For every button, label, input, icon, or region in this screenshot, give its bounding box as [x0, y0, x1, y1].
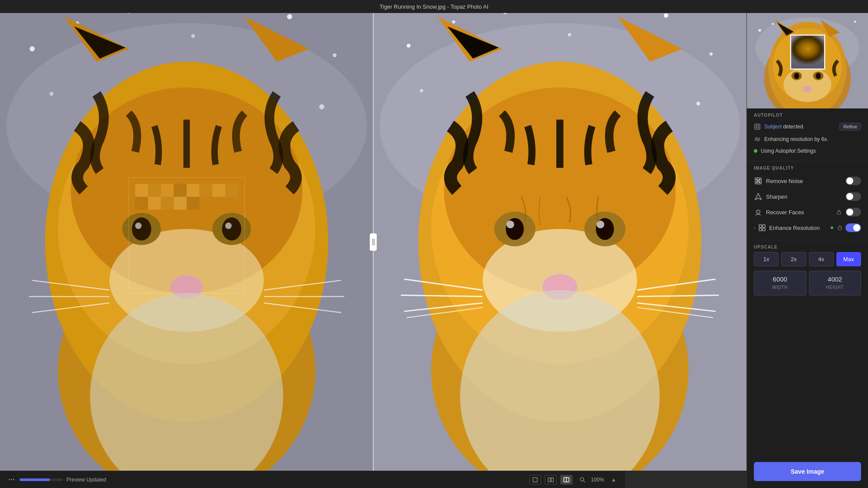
svg-rect-30: [212, 184, 225, 197]
svg-point-105: [772, 23, 774, 25]
svg-point-101: [803, 86, 812, 92]
zoom-level-label: 100%: [591, 477, 604, 483]
sharpen-toggle[interactable]: [845, 192, 861, 201]
svg-rect-122: [759, 228, 762, 231]
svg-rect-29: [200, 184, 213, 197]
svg-rect-120: [759, 225, 762, 227]
view-compare-button[interactable]: [545, 475, 557, 485]
svg-point-7: [333, 53, 337, 57]
svg-rect-82: [372, 239, 373, 246]
svg-rect-124: [838, 227, 842, 230]
refine-button[interactable]: Refine: [839, 123, 861, 131]
dimension-row: 6000 Width 4002 Height: [754, 271, 861, 295]
svg-point-113: [759, 179, 760, 180]
svg-point-2: [30, 46, 35, 52]
expand-arrow-icon[interactable]: ›: [754, 226, 755, 230]
svg-point-49: [407, 44, 411, 48]
subject-detected-row: Subject detected. Refine: [754, 120, 861, 133]
upscale-2x-button[interactable]: 2x: [781, 252, 806, 266]
svg-rect-109: [755, 124, 760, 129]
upscale-options: 1x 2x 4x Max: [754, 252, 861, 266]
svg-point-19: [222, 217, 241, 240]
enhance-resolution-label: Enhance Resolution: [769, 225, 828, 231]
autopilot-section: Subject detected. Refine Enhancing resol…: [747, 120, 868, 161]
svg-point-115: [759, 182, 760, 183]
svg-point-52: [568, 33, 571, 36]
svg-point-20: [135, 223, 141, 229]
dots-menu[interactable]: [7, 477, 16, 482]
svg-point-10: [319, 104, 324, 109]
svg-point-56: [420, 89, 423, 92]
autopilot-settings-row: Using Autopilot Settings: [754, 145, 861, 157]
svg-point-99: [794, 73, 799, 79]
svg-point-50: [452, 20, 455, 23]
upscale-section-header: UPSCALE: [747, 240, 868, 252]
svg-point-114: [756, 182, 758, 183]
svg-rect-86: [551, 478, 553, 482]
upscale-1x-button[interactable]: 1x: [754, 252, 779, 266]
svg-point-9: [49, 92, 53, 96]
svg-marker-117: [755, 193, 761, 200]
image-quality-section-header: IMAGE QUALITY: [747, 161, 868, 173]
enhance-resolution-toggle[interactable]: [845, 223, 861, 232]
svg-point-6: [287, 14, 292, 20]
svg-point-5: [191, 34, 195, 38]
bottom-toolbar: Preview Updated: [0, 471, 625, 488]
recover-faces-label: Recover Faces: [766, 209, 832, 216]
app-title: Tiger Running In Snow.jpg - Topaz Photo …: [380, 3, 489, 10]
thumbnail-area: [747, 13, 868, 108]
upscale-max-button[interactable]: Max: [836, 252, 861, 266]
svg-rect-119: [837, 212, 841, 214]
svg-rect-85: [548, 478, 550, 482]
image-comparison-area: Preview Updated: [0, 13, 746, 488]
view-split-button[interactable]: [560, 475, 572, 485]
right-panel: AUTOPILOT Subject detected. Refine: [746, 13, 868, 488]
svg-rect-121: [763, 225, 765, 227]
recover-faces-row: Recover Faces: [754, 204, 861, 220]
subject-detected-text: Subject detected.: [764, 124, 836, 130]
svg-rect-26: [161, 184, 174, 197]
save-image-button[interactable]: Save Image: [754, 462, 861, 481]
svg-rect-84: [533, 478, 537, 482]
svg-rect-36: [187, 197, 200, 210]
svg-rect-35: [174, 197, 187, 210]
svg-point-18: [132, 217, 151, 240]
svg-rect-34: [161, 197, 174, 210]
svg-rect-33: [148, 197, 161, 210]
recover-faces-lock-icon: [836, 209, 842, 215]
resolution-icon: [754, 136, 761, 143]
svg-point-53: [664, 13, 668, 17]
enhance-resolution-indicator: [831, 226, 833, 229]
width-value: 6000: [759, 275, 802, 283]
title-bar: Tiger Running In Snow.jpg - Topaz Photo …: [0, 0, 868, 13]
sharpen-row: Sharpen: [754, 189, 861, 204]
panel-content: AUTOPILOT Subject detected. Refine: [747, 108, 868, 462]
before-image: [0, 13, 373, 471]
after-image: [373, 13, 746, 471]
zoom-chevron-button[interactable]: ▲: [609, 477, 618, 483]
divider-handle[interactable]: [370, 233, 377, 251]
enhance-resolution-icon: [758, 223, 766, 232]
sharpen-icon: [754, 192, 763, 201]
svg-rect-28: [187, 184, 200, 197]
remove-noise-toggle[interactable]: [845, 177, 861, 185]
remove-noise-row: Remove Noise: [754, 173, 861, 189]
svg-rect-32: [135, 197, 148, 210]
zoom-icon: [579, 477, 585, 483]
thumbnail-crop-box[interactable]: [790, 35, 825, 69]
svg-rect-31: [225, 184, 238, 197]
enhance-resolution-lock-icon: [837, 225, 843, 231]
subject-icon: [754, 123, 761, 130]
svg-point-102: [759, 29, 761, 32]
autopilot-settings-text: Using Autopilot Settings: [761, 148, 816, 154]
autopilot-section-header: AUTOPILOT: [747, 108, 868, 120]
height-value: 4002: [814, 275, 857, 283]
svg-point-118: [756, 210, 760, 213]
upscale-4x-button[interactable]: 4x: [809, 252, 834, 266]
upscale-section: 1x 2x 4x Max 6000 Width 4002 Height: [747, 252, 868, 302]
progress-bar: [20, 478, 50, 481]
svg-point-67: [506, 221, 514, 229]
view-single-button[interactable]: [529, 475, 541, 485]
svg-line-90: [584, 481, 585, 482]
recover-faces-toggle[interactable]: [845, 208, 861, 216]
